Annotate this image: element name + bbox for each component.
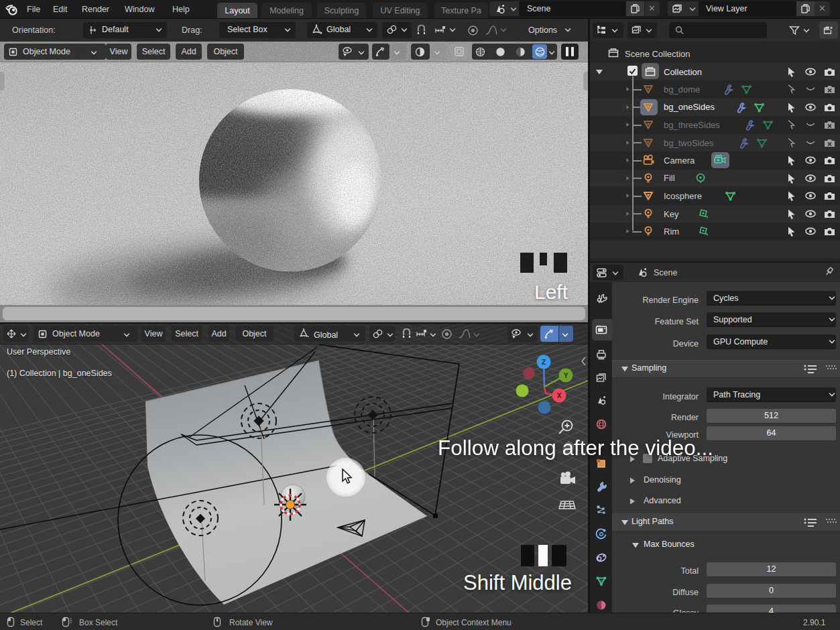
- svg-text:X: X: [557, 392, 562, 399]
- svg-text:Z: Z: [542, 359, 546, 366]
- svg-text:Y: Y: [564, 372, 568, 379]
